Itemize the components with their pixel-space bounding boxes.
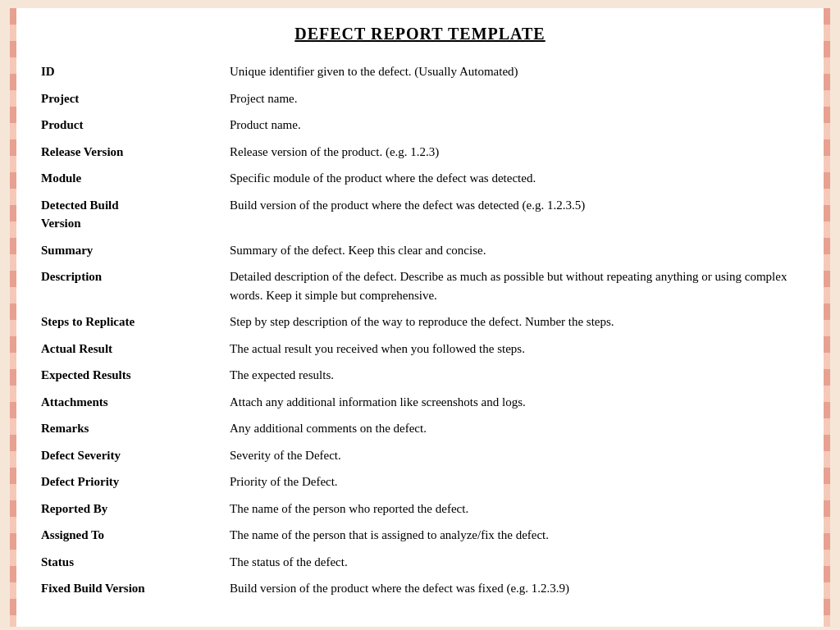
row-value-6: Summary of the defect. Keep this clear a… [223,237,806,264]
table-row: Fixed Build VersionBuild version of the … [34,575,806,602]
row-value-7: Detailed description of the defect. Desc… [223,263,806,308]
table-row: ProjectProject name. [34,85,806,112]
table-row: ProductProduct name. [34,112,806,139]
table-row: IDUnique identifier given to the defect.… [34,58,806,85]
row-value-18: Build version of the product where the d… [223,575,806,602]
table-row: DescriptionDetailed description of the d… [34,263,806,308]
row-label-16: Assigned To [34,522,223,549]
table-row: ModuleSpecific module of the product whe… [34,165,806,192]
table-row: Defect PriorityPriority of the Defect. [34,468,806,495]
table-row: Release VersionRelease version of the pr… [34,139,806,166]
row-label-14: Defect Priority [34,468,223,495]
row-label-15: Reported By [34,495,223,523]
row-label-2: Product [34,112,223,139]
row-value-12: Any additional comments on the defect. [223,415,806,442]
row-value-4: Specific module of the product where the… [223,165,806,192]
row-value-1: Project name. [223,85,806,112]
page-container: DEFECT REPORT TEMPLATE IDUnique identifi… [10,8,830,627]
row-value-8: Step by step description of the way to r… [223,308,806,336]
row-value-16: The name of the person that is assigned … [223,522,806,549]
row-label-5: Detected BuildVersion [34,192,223,237]
page-title: DEFECT REPORT TEMPLATE [34,25,806,43]
row-value-11: Attach any additional information like s… [223,389,806,416]
row-label-6: Summary [34,237,223,264]
row-label-1: Project [34,85,223,112]
table-row: SummarySummary of the defect. Keep this … [34,237,806,264]
row-label-8: Steps to Replicate [34,308,223,336]
table-row: Reported ByThe name of the person who re… [34,495,806,523]
row-label-18: Fixed Build Version [34,575,223,602]
row-label-10: Expected Results [34,362,223,389]
table-row: StatusThe status of the defect. [34,549,806,576]
row-value-2: Product name. [223,112,806,139]
row-label-17: Status [34,549,223,576]
table-row: Expected ResultsThe expected results. [34,362,806,389]
row-label-13: Defect Severity [34,442,223,469]
table-row: RemarksAny additional comments on the de… [34,415,806,442]
row-value-13: Severity of the Defect. [223,442,806,469]
row-label-11: Attachments [34,389,223,416]
table-row: Actual ResultThe actual result you recei… [34,336,806,363]
table-row: Assigned ToThe name of the person that i… [34,522,806,549]
row-value-14: Priority of the Defect. [223,468,806,495]
row-label-7: Description [34,263,223,308]
table-row: Steps to ReplicateStep by step descripti… [34,308,806,336]
row-label-0: ID [34,58,223,85]
row-label-4: Module [34,165,223,192]
row-label-12: Remarks [34,415,223,442]
table-row: AttachmentsAttach any additional informa… [34,389,806,416]
row-label-3: Release Version [34,139,223,166]
row-value-10: The expected results. [223,362,806,389]
row-label-9: Actual Result [34,336,223,363]
row-value-5: Build version of the product where the d… [223,192,806,237]
row-value-15: The name of the person who reported the … [223,495,806,523]
row-value-9: The actual result you received when you … [223,336,806,363]
table-row: Detected BuildVersionBuild version of th… [34,192,806,237]
row-value-0: Unique identifier given to the defect. (… [223,58,806,85]
row-value-17: The status of the defect. [223,549,806,576]
defect-report-table: IDUnique identifier given to the defect.… [34,58,806,602]
table-row: Defect SeveritySeverity of the Defect. [34,442,806,469]
row-value-3: Release version of the product. (e.g. 1.… [223,139,806,166]
